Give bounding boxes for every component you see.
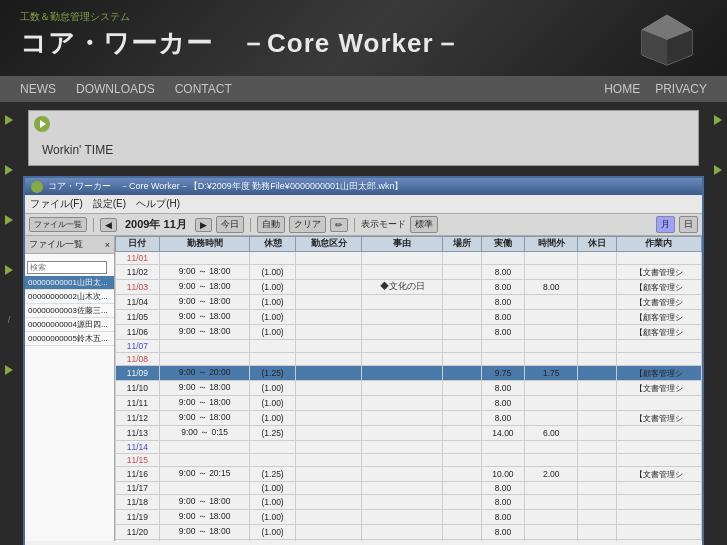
standard-mode-btn[interactable]: 標準 xyxy=(410,216,438,233)
col-place: 場所 xyxy=(442,237,481,252)
nav-privacy[interactable]: PRIVACY xyxy=(655,82,707,96)
menu-file[interactable]: ファイル(F) xyxy=(30,197,83,211)
table-row: 11/07 xyxy=(116,340,702,353)
toolbar-sep-3 xyxy=(354,218,355,232)
sidebar-right-play-2[interactable] xyxy=(714,165,722,175)
file-list-item-2[interactable]: 00000000002山木次... xyxy=(25,290,114,304)
menu-settings[interactable]: 設定(E) xyxy=(93,197,126,211)
app-title-icon xyxy=(31,181,43,193)
col-note: 作業内 xyxy=(616,237,701,252)
col-actual: 実働 xyxy=(481,237,525,252)
table-header-row: 日付 勤務時間 休憩 勤怠区分 事由 場所 実働 時間外 休日 作業内 xyxy=(116,237,702,252)
nav-contact[interactable]: CONTACT xyxy=(175,82,232,96)
col-reason: 事由 xyxy=(362,237,443,252)
table-row: 11/20 9:00 ～ 18:00(1.00) 8.00 xyxy=(116,525,702,540)
data-table: 日付 勤務時間 休憩 勤怠区分 事由 場所 実働 時間外 休日 作業内 xyxy=(115,236,702,541)
table-row: 11/02 9:00 ～ 18:00(1.00) 8.00 【文書管理シ xyxy=(116,265,702,280)
table-row: 11/01 xyxy=(116,252,702,265)
content-panel: Workin' TIME xyxy=(28,110,699,166)
file-panel-close[interactable]: × xyxy=(105,240,110,250)
file-list-item-3[interactable]: 00000000003佐藤三... xyxy=(25,304,114,318)
logo-title: コア・ワーカー －Core Worker－ xyxy=(20,26,707,61)
file-search-input[interactable] xyxy=(27,261,107,274)
table-row: 11/03 9:00 ～ 18:00(1.00) ◆文化の日 8.008.00 … xyxy=(116,280,702,295)
table-row: 11/09 9:00 ～ 20:00(1.25) 9.751.75 【顧客管理シ xyxy=(116,366,702,381)
nav-right: HOME PRIVACY xyxy=(604,82,707,96)
file-panel-label: ファイル一覧 xyxy=(29,238,83,251)
sidebar-play-4[interactable] xyxy=(5,265,13,275)
file-list-item-1[interactable]: 00000000001山田太... xyxy=(25,276,114,290)
pencil-btn[interactable]: ✏ xyxy=(330,218,348,232)
sidebar-right-play-1[interactable] xyxy=(714,115,722,125)
nav-bar: NEWS DOWNLOADS CONTACT HOME PRIVACY xyxy=(0,76,727,102)
nav-downloads[interactable]: DOWNLOADS xyxy=(76,82,155,96)
col-date: 日付 xyxy=(116,237,160,252)
file-search-area xyxy=(25,254,114,276)
data-table-area: 日付 勤務時間 休憩 勤怠区分 事由 場所 実働 時間外 休日 作業内 xyxy=(115,236,702,541)
file-list-item-5[interactable]: 00000000005鈴木五... xyxy=(25,332,114,346)
table-row: 11/15 xyxy=(116,454,702,467)
col-work-time: 勤務時間 xyxy=(159,237,250,252)
table-row: 11/05 9:00 ～ 18:00(1.00) 8.00 【顧客管理シ xyxy=(116,310,702,325)
table-row: 11/21 xyxy=(116,540,702,542)
logo-cube xyxy=(637,10,697,70)
date-cell: 11/01 xyxy=(116,252,160,265)
app-titlebar: コア・ワーカー －Core Worker－【D:¥2009年度 勤務File¥0… xyxy=(25,178,702,195)
table-row: 11/13 9:00 ～ 0:15(1.25) 14.006.00 xyxy=(116,426,702,441)
toolbar-extra-1[interactable]: 月 xyxy=(656,216,675,233)
display-mode-label: 表示モード xyxy=(361,218,406,231)
nav-home[interactable]: HOME xyxy=(604,82,640,96)
table-row: 11/14 xyxy=(116,441,702,454)
toolbar-extra-2[interactable]: 日 xyxy=(679,216,698,233)
toolbar-sep-2 xyxy=(250,218,251,232)
left-sidebar: / xyxy=(0,105,18,545)
sidebar-play-2[interactable] xyxy=(5,165,13,175)
table-row: 11/10 9:00 ～ 18:00(1.00) 8.00 【文書管理シ xyxy=(116,381,702,396)
auto-btn[interactable]: 自動 xyxy=(257,216,285,233)
app-menubar: ファイル(F) 設定(E) ヘルプ(H) xyxy=(25,195,702,214)
table-row: 11/17 (1.00) 8.00 xyxy=(116,482,702,495)
toolbar-month: 2009年 11月 xyxy=(125,217,187,232)
table-row: 11/12 9:00 ～ 18:00(1.00) 8.00 【文書管理シ xyxy=(116,411,702,426)
col-category: 勤怠区分 xyxy=(295,237,362,252)
nav-news[interactable]: NEWS xyxy=(20,82,56,96)
file-panel-header: ファイル一覧 × xyxy=(25,236,114,254)
table-row: 11/19 9:00 ～ 18:00(1.00) 8.00 xyxy=(116,510,702,525)
col-break: 休憩 xyxy=(250,237,295,252)
app-window: コア・ワーカー －Core Worker－【D:¥2009年度 勤務File¥0… xyxy=(23,176,704,545)
table-row: 11/16 9:00 ～ 20:15(1.25) 10.002.00 【文書管理… xyxy=(116,467,702,482)
sidebar-play-3[interactable] xyxy=(5,215,13,225)
app-content: ファイル一覧 × 00000000001山田太... 00000000002山木… xyxy=(25,236,702,541)
table-row: 11/18 9:00 ～ 18:00(1.00) 8.00 xyxy=(116,495,702,510)
sidebar-play-6[interactable] xyxy=(5,365,13,375)
sidebar-play-5[interactable]: / xyxy=(8,315,11,325)
table-row: 11/08 xyxy=(116,353,702,366)
table-row: 11/06 9:00 ～ 18:00(1.00) 8.00 【顧客管理シ xyxy=(116,325,702,340)
right-sidebar xyxy=(709,105,727,545)
app-toolbar: ファイル一覧 ◀ 2009年 11月 ▶ 今日 自動 クリア ✏ 表示モード 標… xyxy=(25,214,702,236)
clear-btn[interactable]: クリア xyxy=(289,216,326,233)
nav-left: NEWS DOWNLOADS CONTACT xyxy=(20,82,232,96)
table-row: 11/11 9:00 ～ 18:00(1.00) 8.00 xyxy=(116,396,702,411)
system-label: 工数＆勤怠管理システム xyxy=(20,10,707,24)
file-list-btn[interactable]: ファイル一覧 xyxy=(29,217,87,232)
prev-month-btn[interactable]: ◀ xyxy=(100,218,117,232)
col-holiday: 休日 xyxy=(578,237,617,252)
menu-help[interactable]: ヘルプ(H) xyxy=(136,197,180,211)
table-row: 11/04 9:00 ～ 18:00(1.00) 8.00 【文書管理シ xyxy=(116,295,702,310)
sidebar-play-1[interactable] xyxy=(5,115,13,125)
file-panel: ファイル一覧 × 00000000001山田太... 00000000002山木… xyxy=(25,236,115,541)
col-overtime: 時間外 xyxy=(525,237,578,252)
workin-time: Workin' TIME xyxy=(34,140,693,160)
app-title-text: コア・ワーカー －Core Worker－【D:¥2009年度 勤務File¥0… xyxy=(48,180,403,193)
header: 工数＆勤怠管理システム コア・ワーカー －Core Worker－ xyxy=(0,0,727,76)
file-list-item-4[interactable]: 00000000004源田四... xyxy=(25,318,114,332)
today-btn[interactable]: 今日 xyxy=(216,216,244,233)
content-play-btn[interactable] xyxy=(34,116,50,132)
next-month-btn[interactable]: ▶ xyxy=(195,218,212,232)
toolbar-sep-1 xyxy=(93,218,94,232)
